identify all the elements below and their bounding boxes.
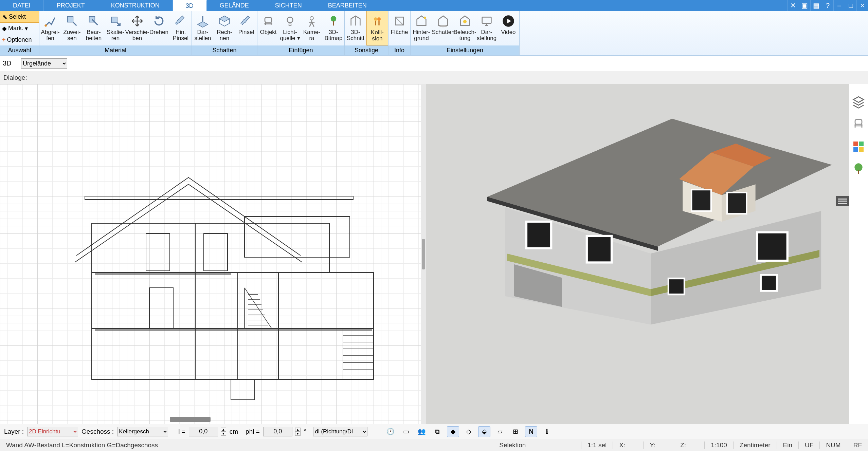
titlebar-tool2-icon[interactable]: ▣ (799, 0, 810, 11)
hinpinsel-button[interactable]: Hin.Pinsel (170, 11, 192, 45)
verschieben-button[interactable]: Verschie-ben (126, 11, 148, 45)
svg-rect-70 (853, 147, 858, 152)
3dbitmap-button[interactable]: 3D-Bitmap (323, 11, 344, 45)
duplicate-icon[interactable]: ⧉ (431, 426, 444, 437)
horizontal-scrollbar[interactable] (170, 417, 211, 422)
tab-konstruktion[interactable]: KONSTRUKTION (98, 0, 173, 11)
3dschnitt-icon (348, 14, 363, 29)
ribbon-group-sonstige-label: Sonstige (345, 45, 388, 55)
close-icon[interactable]: × (856, 0, 868, 11)
work-area (0, 84, 868, 424)
titlebar-tool3-icon[interactable]: ▤ (810, 0, 822, 11)
rechnen-button[interactable]: Rech-nen (214, 11, 235, 45)
bearbeiten-icon (86, 14, 101, 29)
layers-icon[interactable] (852, 95, 865, 109)
3d-render-viewport[interactable] (426, 84, 849, 424)
minimize-icon[interactable]: – (833, 0, 845, 11)
abgreifen-label: Abgrei-fen (41, 29, 60, 41)
layer-select[interactable]: 2D Einrichtu (27, 427, 78, 436)
drehen-button[interactable]: Drehen (148, 11, 170, 45)
kollision-button[interactable]: Kolli-sion (366, 11, 388, 45)
bearbeiten-button[interactable]: Bear-beiten (83, 11, 105, 45)
side-drawer-toggle[interactable] (836, 196, 849, 206)
clock-icon[interactable]: 🕑 (384, 426, 397, 437)
kollision-label: Kolli-sion (371, 30, 384, 42)
n-toggle-icon[interactable]: N (525, 426, 537, 437)
film-icon[interactable]: ▭ (400, 426, 412, 437)
verschieben-label: Verschie-ben (125, 29, 149, 41)
status-uf: UF (798, 441, 819, 449)
l-unit: cm (230, 428, 238, 435)
drehen-icon (151, 14, 166, 29)
svg-rect-19 (92, 223, 329, 273)
tab-3d[interactable]: 3D (173, 0, 207, 11)
zuweisen-label: Zuwei-sen (63, 29, 80, 41)
mark-button[interactable]: ◆ Mark. ▾ (0, 23, 39, 34)
skalieren-button[interactable]: Skalie-ren (105, 11, 126, 45)
tree-icon[interactable] (852, 162, 865, 176)
beleuchtung-button[interactable]: Beleuch-tung (454, 11, 476, 45)
svg-rect-55 (691, 190, 711, 211)
people-icon[interactable]: 👥 (416, 426, 428, 437)
objekt-icon (261, 14, 276, 29)
titlebar-help-icon[interactable]: ? (822, 0, 833, 11)
darstellung-button[interactable]: Dar-stellung (476, 11, 498, 45)
viewport-splitter[interactable] (421, 84, 426, 424)
plus-icon: + (2, 36, 6, 43)
optionen-button[interactable]: + Optionen (0, 34, 39, 45)
snap-line-icon[interactable]: ⬙ (478, 426, 490, 437)
tab-datei[interactable]: DATEI (0, 0, 44, 11)
l-spinner[interactable]: ▲▼ (221, 428, 226, 436)
schatten2-button[interactable]: Schatten (432, 11, 454, 45)
snap-segment-icon[interactable]: ◇ (463, 426, 475, 437)
tab-sichten[interactable]: SICHTEN (262, 0, 315, 11)
geschoss-select[interactable]: Kellergesch (117, 427, 168, 436)
snap-point-icon[interactable]: ◆ (447, 426, 459, 437)
hintergrund-button[interactable]: Hinter-grund (411, 11, 432, 45)
tab-bearbeiten[interactable]: BEARBEITEN (315, 0, 380, 11)
maximize-icon[interactable]: □ (845, 0, 856, 11)
video-icon (501, 14, 516, 29)
2d-section-viewport[interactable] (0, 84, 421, 424)
chair-icon[interactable] (852, 117, 865, 131)
phi-unit: ° (304, 428, 307, 435)
phi-input[interactable] (263, 427, 292, 436)
status-bar: Wand AW-Bestand L=Konstruktion G=Dachges… (0, 439, 868, 451)
ribbon-group-auswahl-label: Auswahl (0, 45, 39, 55)
svg-point-12 (424, 17, 426, 19)
svg-rect-23 (204, 233, 228, 271)
ribbon-group-einstellungen: Hinter-grundSchattenBeleuch-tungDar-stel… (411, 11, 520, 55)
svg-rect-41 (231, 379, 255, 400)
hintergrund-icon (414, 14, 429, 29)
terrain-select[interactable]: Urgelände (21, 58, 67, 69)
svg-point-7 (331, 16, 337, 22)
abgreifen-icon (43, 14, 58, 29)
phi-spinner[interactable]: ▲▼ (295, 428, 301, 436)
pinsel-button[interactable]: Pinsel (235, 11, 257, 45)
lichtquelle-button[interactable]: Licht-quelle ▾ (279, 11, 301, 45)
info-icon[interactable]: ℹ (541, 426, 553, 437)
zuweisen-button[interactable]: Zuwei-sen (61, 11, 83, 45)
status-hint: Wand AW-Bestand L=Konstruktion G=Dachges… (0, 441, 493, 449)
darstellen-button[interactable]: Dar-stellen (192, 11, 214, 45)
svg-rect-1 (68, 17, 73, 22)
selekt-button[interactable]: ⬉ Selekt (0, 11, 39, 23)
kamera-button[interactable]: Kame-ra (301, 11, 323, 45)
tab-gelaende[interactable]: GELÄNDE (207, 0, 262, 11)
objekt-button[interactable]: Objekt (257, 11, 279, 45)
dialoge-label: Dialoge: (3, 74, 27, 81)
palette-icon[interactable] (852, 140, 865, 153)
flaeche-button[interactable]: Fläche (388, 11, 410, 45)
grid-icon[interactable]: ⊞ (509, 426, 522, 437)
svg-point-6 (310, 17, 313, 20)
tab-projekt[interactable]: PROJEKT (44, 0, 98, 11)
snap-face-icon[interactable]: ▱ (494, 426, 506, 437)
mode-select[interactable]: dl (Richtung/Di (313, 427, 367, 436)
3dschnitt-button[interactable]: 3D-Schnitt (345, 11, 366, 45)
main-menu-tabs: DATEI PROJEKT KONSTRUKTION 3D GELÄNDE SI… (0, 0, 868, 11)
video-button[interactable]: Video (498, 11, 519, 45)
abgreifen-button[interactable]: Abgrei-fen (39, 11, 61, 45)
l-input[interactable] (189, 427, 218, 436)
titlebar-tool1-icon[interactable]: ✕ (787, 0, 799, 11)
ribbon-toolbar: ⬉ Selekt ◆ Mark. ▾ + Optionen Auswahl Ab… (0, 11, 868, 56)
